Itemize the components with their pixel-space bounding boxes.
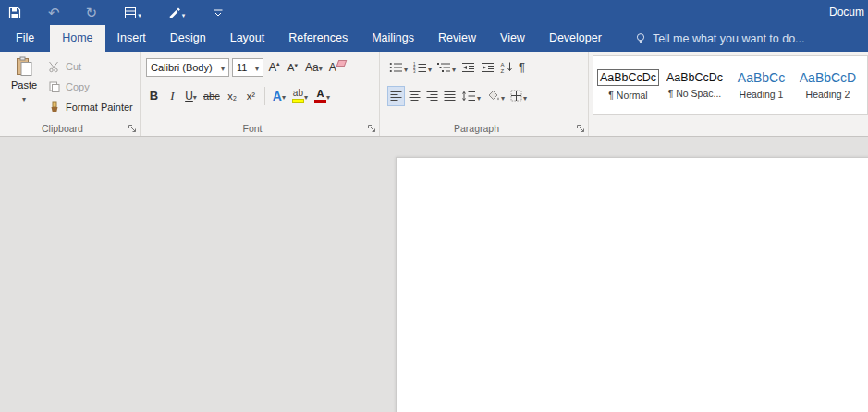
align-left-button[interactable] — [387, 86, 405, 106]
shading-button[interactable] — [484, 86, 507, 106]
tab-layout[interactable]: Layout — [218, 25, 277, 52]
justify-button[interactable] — [442, 86, 458, 106]
style-preview: AaBbCcDc — [597, 69, 659, 86]
font-size-combo[interactable]: 11 — [232, 58, 263, 77]
font-color-button[interactable]: A — [312, 86, 332, 106]
numbering-icon: 1 2 3 — [413, 62, 427, 73]
document-layout-icon — [123, 6, 138, 20]
style-normal[interactable]: AaBbCcDc ¶ Normal — [597, 59, 659, 111]
increase-indent-button[interactable] — [479, 57, 496, 78]
tab-references[interactable]: References — [276, 25, 360, 52]
redo-button[interactable]: ↻ — [86, 0, 98, 25]
line-spacing-icon — [461, 91, 476, 102]
tab-developer[interactable]: Developer — [537, 25, 614, 52]
clear-formatting-button[interactable]: A — [327, 57, 348, 78]
change-case-button[interactable]: Aa — [303, 57, 324, 78]
quick-access-pen-button[interactable] — [167, 0, 186, 25]
paste-button[interactable]: Paste — [4, 55, 44, 121]
copy-icon — [48, 80, 61, 93]
increase-indent-icon — [481, 62, 495, 73]
numbering-button[interactable]: 1 2 3 — [411, 57, 434, 78]
tab-file[interactable]: File — [0, 25, 50, 52]
customize-quick-access-toolbar-button[interactable] — [211, 0, 226, 25]
styles-gallery: AaBbCcDc ¶ Normal AaBbCcDc ¶ No Spac... … — [593, 55, 868, 115]
font-name-combo[interactable]: Calibri (Body) — [146, 58, 229, 77]
font-dialog-launcher[interactable] — [367, 124, 376, 133]
paragraph-dialog-launcher[interactable] — [576, 124, 585, 133]
cut-icon — [48, 60, 61, 73]
italic-icon: I — [170, 89, 174, 103]
svg-text:A: A — [501, 62, 505, 67]
copy-button[interactable]: Copy — [44, 77, 137, 97]
align-left-icon — [390, 91, 402, 102]
pilcrow-icon: ¶ — [519, 60, 525, 74]
style-heading-2[interactable]: AaBbCcD Heading 2 — [797, 59, 859, 111]
dropdown-arrow-icon — [182, 5, 186, 21]
dropdown-arrow-icon — [404, 59, 408, 76]
undo-button[interactable]: ↶ — [48, 0, 60, 25]
line-spacing-button[interactable] — [459, 86, 483, 106]
text-highlight-button[interactable]: ab — [290, 86, 310, 106]
bold-button[interactable]: B — [146, 86, 162, 106]
lightbulb-icon — [634, 32, 647, 45]
customize-toolbar-icon — [211, 6, 226, 20]
save-button[interactable] — [7, 0, 22, 25]
bullets-icon — [389, 62, 403, 73]
tab-view[interactable]: View — [488, 25, 537, 52]
quick-access-layout-button[interactable] — [123, 0, 141, 25]
combo-arrow-icon[interactable] — [255, 62, 259, 73]
clipboard-dialog-launcher[interactable] — [128, 124, 137, 133]
tab-review[interactable]: Review — [426, 25, 488, 52]
subscript-button[interactable]: x₂ — [225, 86, 240, 106]
tab-home[interactable]: Home — [50, 25, 104, 52]
dropdown-arrow-icon — [319, 61, 323, 74]
font-name-value: Calibri (Body) — [151, 62, 213, 73]
grow-font-button[interactable]: A — [266, 57, 282, 78]
paste-label: Paste — [11, 79, 37, 91]
bold-icon: B — [150, 89, 158, 103]
clear-formatting-icon: A — [329, 61, 346, 74]
align-center-button[interactable] — [407, 86, 422, 106]
format-painter-button[interactable]: Format Painter — [44, 97, 137, 117]
text-effects-icon: A — [273, 89, 282, 103]
multilevel-list-button[interactable] — [435, 57, 458, 78]
ribbon: Paste Cut — [0, 52, 868, 137]
text-effects-button[interactable]: A — [271, 86, 287, 106]
sort-button[interactable]: A Z — [498, 57, 515, 78]
font-group: Calibri (Body) 11 A A Aa A — [141, 52, 380, 136]
tab-mailings[interactable]: Mailings — [360, 25, 426, 52]
title-bar: ↶ ↻ Docum — [0, 0, 868, 25]
cut-label: Cut — [66, 61, 81, 72]
tell-me-box[interactable]: Tell me what you want to do... — [634, 25, 805, 52]
combo-arrow-icon[interactable] — [221, 62, 225, 73]
italic-button[interactable]: I — [165, 86, 180, 106]
style-no-spacing[interactable]: AaBbCcDc ¶ No Spac... — [664, 59, 726, 111]
dropdown-arrow-icon — [523, 88, 527, 104]
svg-text:3: 3 — [413, 69, 416, 73]
justify-icon — [444, 91, 456, 102]
bullets-button[interactable] — [387, 57, 410, 78]
underline-button[interactable]: U — [183, 86, 199, 106]
clipboard-group: Paste Cut — [0, 52, 141, 136]
decrease-indent-button[interactable] — [459, 57, 477, 78]
cut-button[interactable]: Cut — [44, 56, 137, 77]
paste-icon — [15, 56, 33, 78]
show-hide-formatting-button[interactable]: ¶ — [517, 57, 527, 78]
document-page[interactable] — [396, 157, 868, 412]
font-size-value: 11 — [237, 62, 247, 73]
dropdown-arrow-icon — [428, 59, 432, 76]
align-right-button[interactable] — [424, 86, 440, 106]
pen-icon — [167, 6, 182, 20]
superscript-button[interactable]: x² — [243, 86, 259, 106]
dropdown-arrow-icon — [477, 88, 481, 104]
tab-insert[interactable]: Insert — [105, 25, 158, 52]
strikethrough-button[interactable]: abc — [202, 86, 222, 106]
style-heading-1[interactable]: AaBbCc Heading 1 — [730, 59, 792, 111]
document-area — [0, 137, 868, 412]
borders-button[interactable] — [508, 86, 529, 106]
shrink-font-button[interactable]: A — [285, 57, 300, 78]
sort-icon: A Z — [500, 61, 513, 73]
tell-me-label: Tell me what you want to do... — [653, 32, 805, 45]
tab-design[interactable]: Design — [158, 25, 218, 52]
style-name: Heading 2 — [806, 89, 850, 100]
